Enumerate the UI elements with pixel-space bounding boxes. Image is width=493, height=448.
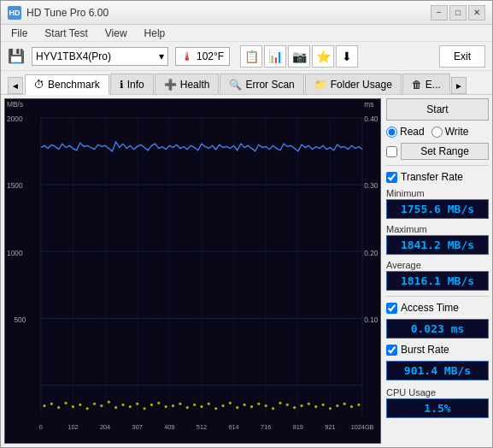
window-title: HD Tune Pro 6.00	[26, 7, 109, 19]
tab-error-scan[interactable]: 🔍 Error Scan	[220, 74, 303, 94]
tab-benchmark[interactable]: ⏱ Benchmark	[25, 74, 109, 95]
transfer-rate-checkbox[interactable]	[386, 172, 397, 183]
toolbar: 💾 HYV1TBX4(Pro) ▾ 🌡 102°F 📋 📊 📷 ⭐ ⬇ Exit	[1, 42, 492, 71]
write-radio-label[interactable]: Write	[431, 126, 469, 138]
toolbar-btn-3[interactable]: 📷	[288, 45, 310, 68]
cpu-usage-label: CPU Usage	[386, 387, 489, 398]
drive-dropdown[interactable]: HYV1TBX4(Pro) ▾	[32, 47, 168, 66]
tabs-bar: ◄ ⏱ Benchmark ℹ Info ➕ Health 🔍 Error Sc…	[1, 71, 492, 95]
svg-text:ms: ms	[364, 100, 373, 109]
svg-point-70	[272, 407, 274, 410]
tab-health[interactable]: ➕ Health	[155, 74, 220, 94]
svg-point-71	[279, 402, 281, 404]
burst-rate-checkbox[interactable]	[386, 345, 397, 356]
menu-help[interactable]: Help	[141, 27, 169, 40]
tab-folder-usage[interactable]: 📁 Folder Usage	[305, 74, 402, 94]
svg-text:204: 204	[100, 423, 110, 431]
minimize-button[interactable]: −	[431, 5, 448, 21]
set-range-row: Set Range	[386, 143, 489, 160]
svg-point-38	[43, 404, 45, 407]
svg-text:2000: 2000	[7, 115, 23, 123]
svg-text:102: 102	[67, 423, 78, 431]
svg-point-79	[336, 404, 338, 407]
svg-point-42	[72, 405, 74, 408]
svg-text:MB/s: MB/s	[7, 100, 23, 109]
set-range-button[interactable]: Set Range	[401, 143, 489, 160]
folder-icon: 📁	[314, 79, 327, 91]
svg-text:0.10: 0.10	[364, 315, 379, 324]
svg-point-68	[257, 403, 260, 405]
tab-info-label: Info	[127, 79, 144, 91]
read-radio-label[interactable]: Read	[386, 126, 425, 138]
svg-point-77	[322, 404, 325, 406]
svg-point-56	[172, 404, 174, 407]
exit-button[interactable]: Exit	[439, 45, 485, 68]
svg-point-48	[114, 406, 117, 409]
close-button[interactable]: ✕	[468, 5, 485, 21]
write-radio[interactable]	[431, 127, 443, 138]
svg-text:1000: 1000	[7, 248, 23, 256]
svg-point-74	[300, 404, 302, 407]
minimum-value: 1755.6 MB/s	[386, 199, 489, 219]
menu-view[interactable]: View	[102, 27, 131, 40]
svg-point-43	[79, 404, 81, 406]
svg-text:0: 0	[39, 423, 43, 431]
maximize-button[interactable]: □	[449, 5, 467, 21]
access-time-checkbox-label[interactable]: Access Time	[386, 302, 489, 314]
svg-point-61	[208, 403, 210, 405]
menu-bar: File Start Test View Help	[1, 25, 492, 42]
maximum-label: Maximum	[386, 224, 489, 234]
temperature-display: 🌡 102°F	[175, 47, 230, 66]
app-icon: HD	[8, 6, 21, 20]
tab-extra[interactable]: 🗑 E...	[402, 74, 450, 94]
title-bar-left: HD HD Tune Pro 6.00	[8, 6, 109, 20]
svg-point-46	[100, 404, 103, 407]
minimum-stat: Minimum 1755.6 MB/s	[386, 188, 489, 219]
set-range-checkbox[interactable]	[386, 146, 397, 157]
svg-text:409: 409	[164, 423, 174, 431]
access-time-value: 0.023 ms	[386, 319, 489, 339]
transfer-rate-label[interactable]: Transfer Rate	[386, 171, 489, 183]
toolbar-btn-5[interactable]: ⬇	[336, 45, 358, 68]
divider-2	[386, 296, 489, 297]
svg-text:0.40: 0.40	[364, 115, 379, 123]
svg-text:1024GB: 1024GB	[351, 423, 374, 431]
access-time-checkbox[interactable]	[386, 303, 397, 314]
tab-nav-right[interactable]: ►	[451, 77, 467, 94]
menu-file[interactable]: File	[8, 27, 31, 40]
read-write-radio: Read Write	[386, 124, 489, 139]
svg-point-66	[244, 404, 246, 406]
toolbar-btn-1[interactable]: 📋	[240, 45, 262, 68]
svg-point-81	[350, 405, 353, 408]
svg-point-57	[179, 403, 181, 405]
health-icon: ➕	[164, 79, 177, 91]
svg-point-50	[129, 405, 132, 408]
svg-point-76	[314, 405, 317, 408]
svg-point-53	[150, 404, 153, 406]
extra-icon: 🗑	[412, 79, 422, 91]
start-button[interactable]: Start	[386, 98, 489, 121]
toolbar-icons: 📋 📊 📷 ⭐ ⬇	[240, 45, 358, 68]
cpu-usage-value: 1.5%	[386, 398, 489, 418]
benchmark-chart: MB/s 2000 1500 1000 500 ms 0.40 0.30 0.2…	[5, 99, 380, 443]
tab-nav-left[interactable]: ◄	[8, 77, 23, 94]
burst-rate-value: 901.4 MB/s	[386, 361, 489, 380]
svg-text:500: 500	[14, 315, 26, 324]
toolbar-btn-2[interactable]: 📊	[264, 45, 286, 68]
svg-point-60	[200, 405, 202, 408]
svg-point-52	[143, 407, 145, 410]
menu-start-test[interactable]: Start Test	[41, 27, 91, 40]
svg-text:0.30: 0.30	[364, 181, 379, 190]
svg-point-82	[357, 404, 360, 406]
svg-point-80	[343, 403, 346, 405]
svg-point-65	[236, 406, 238, 409]
svg-point-47	[108, 401, 110, 404]
tab-info[interactable]: ℹ Info	[110, 74, 154, 94]
window-controls: − □ ✕	[431, 5, 485, 21]
title-bar: HD HD Tune Pro 6.00 − □ ✕	[1, 1, 492, 25]
access-time-stat: 0.023 ms	[386, 319, 489, 339]
drive-label: HYV1TBX4(Pro)	[36, 50, 111, 62]
toolbar-btn-4[interactable]: ⭐	[312, 45, 334, 68]
burst-rate-checkbox-label[interactable]: Burst Rate	[386, 344, 489, 356]
read-radio[interactable]	[386, 127, 397, 138]
